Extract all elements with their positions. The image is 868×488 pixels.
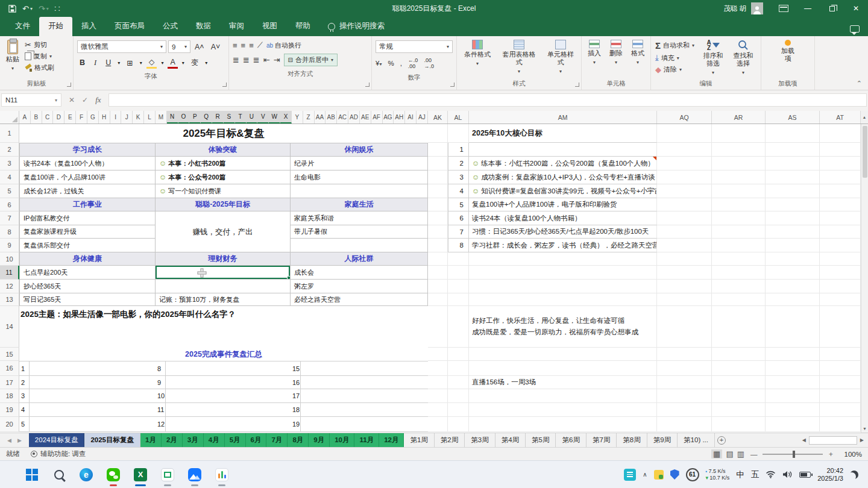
col-header-AT[interactable]: AT <box>820 111 861 124</box>
sheet-tab-6月[interactable]: 6月 <box>246 433 267 447</box>
font-size-select[interactable]: 9▾ <box>168 40 190 53</box>
col-header-AH[interactable]: AH <box>394 111 405 124</box>
cell-r8-al[interactable]: 7 <box>448 225 469 239</box>
sheet-tab-第4周[interactable]: 第4周 <box>495 433 526 447</box>
font-color-button[interactable]: A <box>168 57 177 69</box>
list-empty-field[interactable] <box>30 403 156 416</box>
cloud-app-button[interactable] <box>187 467 203 483</box>
cell-r4-ak[interactable] <box>428 170 448 184</box>
cell-r6-c2[interactable]: 聪聪-2025年目标 <box>156 198 291 211</box>
cell-r14-ar[interactable] <box>712 306 766 348</box>
cell-r11-as[interactable] <box>766 266 820 280</box>
align-center-icon[interactable]: ≣ <box>243 55 250 64</box>
merge-center-button[interactable]: ⊟合并后居中▾ <box>284 54 338 66</box>
cell-r13-as[interactable] <box>766 293 820 306</box>
normal-view-button[interactable]: ▦ <box>711 449 722 458</box>
cell-r18-ak[interactable] <box>428 389 448 403</box>
row-header-13[interactable]: 13 <box>0 293 19 306</box>
cell-r5-as[interactable] <box>766 184 820 198</box>
cell-r19-aq[interactable] <box>657 403 712 417</box>
scroll-down-arrow[interactable]: ▼ <box>863 425 867 433</box>
cell-r13-c1[interactable]: 写日记365天 <box>19 293 156 306</box>
cell-r6-ak[interactable] <box>428 198 448 211</box>
cell-r5-ar[interactable] <box>712 184 766 198</box>
cell-r12-ak[interactable] <box>428 280 448 293</box>
cell-r19-at[interactable] <box>820 403 861 417</box>
cell-r17-at[interactable] <box>820 376 861 389</box>
cell-r9-c1[interactable]: 复盘俱乐部交付 <box>19 239 156 252</box>
cell-r20-ak[interactable] <box>428 417 448 432</box>
cell-r2-c1[interactable]: 学习成长 <box>19 143 156 157</box>
col-header-L[interactable]: L <box>144 111 156 124</box>
avatar[interactable] <box>751 2 763 14</box>
row-header-19[interactable]: 19 <box>0 403 19 417</box>
cell-r5-c1[interactable]: 成长会12讲，过钱关 <box>19 184 156 198</box>
col-header-V[interactable]: V <box>257 111 269 124</box>
number-format-select[interactable]: 常规▾ <box>376 40 453 53</box>
restore-button[interactable] <box>820 0 844 17</box>
cell-r14-ak[interactable] <box>428 306 448 348</box>
row-header-6[interactable]: 6 <box>0 198 19 211</box>
zoom-slider[interactable] <box>763 454 823 455</box>
cell-r13-ar[interactable] <box>712 293 766 306</box>
cell-r10-c1[interactable]: 身体健康 <box>19 252 156 266</box>
cell-r6-al[interactable]: 5 <box>448 198 469 211</box>
cell-r20-am[interactable] <box>469 417 657 432</box>
cell-r16-am[interactable] <box>469 361 657 376</box>
comma-button[interactable]: , <box>400 60 402 67</box>
health-score-badge[interactable]: 61 <box>686 468 699 481</box>
cell-r5-al[interactable]: 4 <box>448 184 469 198</box>
col-header-AD[interactable]: AD <box>348 111 360 124</box>
name-box[interactable]: N11▾ <box>1 93 61 107</box>
list-empty-field[interactable] <box>30 376 156 389</box>
col-header-A[interactable]: A <box>19 111 31 124</box>
col-header-C[interactable]: C <box>42 111 54 124</box>
cell-r10-at[interactable] <box>820 252 861 266</box>
list-cell-r20-c3[interactable]: 19 <box>291 417 428 432</box>
list-cell-r19-c3[interactable]: 18 <box>291 403 428 417</box>
cell-r10-al[interactable] <box>448 252 469 266</box>
col-header-K[interactable]: K <box>133 111 144 124</box>
col-header-N[interactable]: N <box>167 111 178 124</box>
percent-button[interactable]: % <box>388 60 394 67</box>
cell-r8-am[interactable]: 习惯：日记365天/抄心经365天/七点早起200天/散步100天 <box>469 225 657 239</box>
cell-r19-ar[interactable] <box>712 403 766 417</box>
list-empty-field[interactable] <box>301 389 428 402</box>
list-cell-r18-c3[interactable]: 17 <box>291 389 428 403</box>
cell-r11-c3[interactable]: 成长会 <box>291 266 428 280</box>
cell-r1-am[interactable]: 2025年10大核心目标 <box>469 124 657 143</box>
row-header-4[interactable]: 4 <box>0 170 19 184</box>
sheet-nav-right-icon[interactable]: ▶ <box>17 437 22 443</box>
cell-r2-al[interactable]: 1 <box>448 143 469 157</box>
hscroll-left-icon[interactable]: ◀ <box>800 437 808 443</box>
sheet-tab-第8周[interactable]: 第8周 <box>617 433 647 447</box>
list-empty-field[interactable] <box>301 403 428 416</box>
cell-r7-ak[interactable] <box>428 211 448 225</box>
increase-font-button[interactable]: A˄ <box>192 42 207 52</box>
cell-r5-c3[interactable] <box>291 184 428 198</box>
cell-r13-c2[interactable]: 记账：预算10万，财务复盘 <box>156 293 291 306</box>
cell-r10-ar[interactable] <box>712 252 766 266</box>
cell-r13-ak[interactable] <box>428 293 448 306</box>
cell-r13-at[interactable] <box>820 293 861 306</box>
row-header-5[interactable]: 5 <box>0 184 19 198</box>
cell-r2-ak[interactable] <box>428 143 448 157</box>
cell-r9-c2[interactable] <box>156 239 291 252</box>
font-name-select[interactable]: 微软雅黑▾ <box>77 40 166 53</box>
cell-r19-al[interactable] <box>448 403 469 417</box>
wrap-text-button[interactable]: ab自动换行 <box>266 41 301 50</box>
menu-tab-开始[interactable]: 开始 <box>39 17 72 36</box>
italic-button[interactable]: I <box>92 58 99 68</box>
cell-r4-c3[interactable]: 生命电影 <box>291 170 428 184</box>
cell-r5-am[interactable]: ☺知识付费课=复盘创富30讲卖99元，视频号+公众号+小宇宙 <box>469 184 657 198</box>
col-header-AE[interactable]: AE <box>360 111 371 124</box>
cell-r6-as[interactable] <box>766 198 820 211</box>
page-layout-view-button[interactable]: ▤ <box>726 449 733 458</box>
zoom-out-button[interactable]: — <box>750 451 758 458</box>
cell-r7-c2[interactable] <box>156 211 291 225</box>
tray-app-icon[interactable] <box>654 470 664 480</box>
phonetic-button[interactable]: 变 <box>189 57 201 69</box>
cell-r3-al[interactable]: 2 <box>448 157 469 170</box>
cell-r15-at[interactable] <box>820 348 861 361</box>
cell-r1-al[interactable] <box>448 124 469 143</box>
